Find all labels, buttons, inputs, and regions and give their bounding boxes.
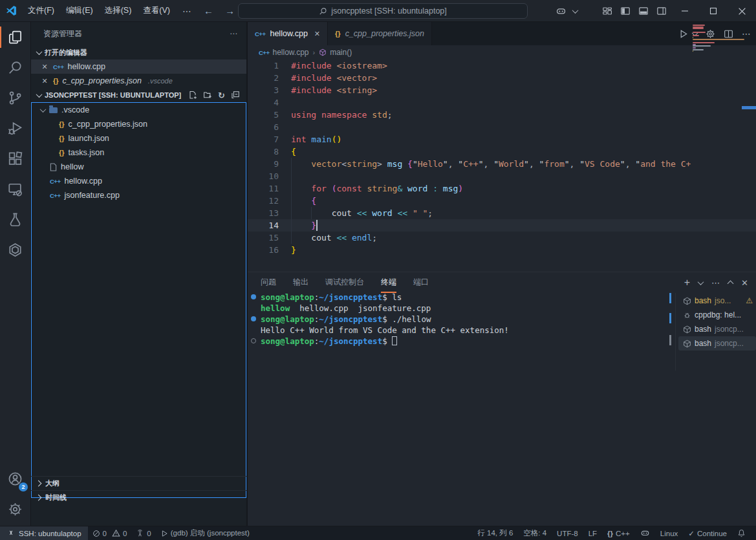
continue-extension-indicator[interactable]: ✓ Continue — [683, 526, 732, 540]
line-number: 11 — [248, 182, 279, 195]
panel-tab[interactable]: 终端 — [381, 272, 396, 293]
collapse-all-icon[interactable] — [231, 91, 240, 100]
json-icon: {} — [59, 135, 65, 142]
line-number: 3 — [248, 84, 279, 96]
menu-bar: 文件(F)编辑(E)选择(S)查看(V) — [22, 0, 176, 22]
toggle-panel-icon[interactable] — [634, 0, 653, 22]
os-indicator[interactable]: Linux — [655, 526, 684, 540]
menu-item[interactable]: 文件(F) — [22, 0, 60, 22]
cursor-position-indicator[interactable]: 行 14, 列 6 — [472, 526, 518, 540]
extensions-icon[interactable] — [0, 144, 30, 174]
close-icon[interactable]: ✕ — [40, 77, 49, 85]
cpp-icon: C++ — [50, 178, 60, 185]
nav-back-icon[interactable]: ← — [198, 5, 219, 16]
eol-indicator[interactable]: LF — [583, 526, 602, 540]
notifications-bell-icon[interactable] — [732, 526, 751, 540]
command-center-search[interactable]: jsoncpptest [SSH: ubuntulaptop] — [238, 3, 528, 19]
run-debug-icon[interactable] — [0, 113, 30, 144]
customize-layout-icon[interactable] — [598, 0, 616, 22]
panel-tab[interactable]: 输出 — [293, 272, 308, 293]
outline-section[interactable]: 大纲 — [31, 476, 246, 490]
new-folder-icon[interactable] — [203, 91, 212, 100]
minimize-button[interactable] — [671, 0, 699, 22]
terminal-dropdown-icon[interactable] — [698, 279, 704, 285]
open-editors-section[interactable]: 打开的编辑器 — [31, 45, 246, 59]
tree-item[interactable]: hellow — [32, 160, 246, 174]
command-decoration[interactable] — [251, 338, 256, 343]
breadcrumb-symbol[interactable]: main() — [319, 48, 352, 57]
debug-launch-indicator[interactable]: (gdb) 启动 (jsoncpptest) — [156, 526, 254, 540]
code-line: 1#include <iostream> — [248, 59, 756, 72]
code-line: 12 { — [248, 195, 756, 207]
panel-tab[interactable]: 端口 — [413, 272, 429, 293]
open-editor-item[interactable]: ✕C++ hellow.cpp — [31, 59, 246, 74]
workspace-section-header[interactable]: JSONCPPTEST [SSH: UBUNTULAPTOP] ↻ — [31, 88, 246, 102]
tree-item[interactable]: {}launch.json — [32, 131, 246, 146]
minimap[interactable] — [693, 25, 747, 52]
code-line: 3#include <string> — [248, 84, 756, 96]
tree-item[interactable]: {}c_cpp_properties.json — [32, 117, 246, 131]
code-line: 10 — [248, 170, 756, 182]
search-icon[interactable] — [0, 52, 30, 83]
terminal-tab-item[interactable]: bashjsoncp... — [678, 336, 756, 351]
new-file-icon[interactable] — [188, 91, 197, 100]
radio-tower-icon — [136, 529, 144, 537]
settings-gear-icon[interactable] — [0, 494, 30, 524]
command-decoration[interactable] — [251, 316, 256, 321]
tree-item[interactable]: C++jsonfeature.cpp — [32, 188, 246, 202]
maximize-panel-icon[interactable] — [728, 281, 734, 287]
editor-tab[interactable]: {}c_cpp_properties.json — [328, 22, 432, 45]
open-editor-item[interactable]: ✕{} c_cpp_properties.json.vscode — [31, 74, 246, 88]
chevron-down-icon[interactable] — [570, 0, 580, 22]
close-icon[interactable]: ✕ — [314, 30, 320, 38]
remote-indicator[interactable]: SSH: ubuntulaptop — [0, 526, 88, 540]
copilot-status-icon[interactable] — [635, 526, 655, 540]
problems-indicator[interactable]: 0 0 — [88, 526, 132, 540]
testing-icon[interactable] — [0, 204, 30, 235]
menu-item[interactable]: 查看(V) — [137, 0, 176, 22]
tree-item[interactable]: C++hellow.cpp — [32, 174, 246, 188]
command-decoration[interactable] — [251, 294, 256, 299]
breadcrumb-file[interactable]: C++ hellow.cpp — [259, 48, 309, 57]
accounts-icon[interactable]: 2 — [0, 464, 30, 494]
maximize-button[interactable] — [699, 0, 728, 22]
run-button[interactable] — [678, 29, 688, 39]
menu-item[interactable]: 编辑(E) — [60, 0, 99, 22]
refresh-icon[interactable]: ↻ — [218, 91, 225, 100]
code-editor[interactable]: 1#include <iostream> 2#include <vector> … — [248, 59, 756, 272]
tree-item[interactable]: {}tasks.json — [32, 146, 246, 160]
terminal-tab-item[interactable]: bashjso... ⚠ — [678, 294, 756, 308]
terminal-output[interactable]: song@laptop:~/jsoncpptest$ lshellow hell… — [253, 292, 509, 347]
close-panel-icon[interactable]: ✕ — [741, 278, 748, 288]
source-control-icon[interactable] — [0, 83, 30, 113]
panel-tab[interactable]: 调试控制台 — [325, 272, 364, 293]
more-menus-icon[interactable]: ⋯ — [176, 6, 198, 16]
indentation-indicator[interactable]: 空格: 4 — [518, 526, 552, 540]
encoding-indicator[interactable]: UTF-8 — [552, 526, 583, 540]
terminal-cursor — [392, 336, 397, 345]
braces-icon: {} — [607, 530, 613, 537]
remote-explorer-icon[interactable] — [0, 174, 30, 204]
panel-tab[interactable]: 问题 — [261, 272, 276, 293]
chevron-right-icon — [36, 495, 42, 501]
terminal-list-separator — [675, 293, 676, 371]
menu-item[interactable]: 选择(S) — [99, 0, 138, 22]
editor-tab[interactable]: C++hellow.cpp ✕ — [248, 22, 328, 45]
views-more-actions-icon[interactable]: ⋯ — [230, 29, 237, 38]
toggle-secondary-sidebar-icon[interactable] — [653, 0, 671, 22]
code-line: 2#include <vector> — [248, 72, 756, 84]
panel-more-actions-icon[interactable]: ⋯ — [711, 278, 720, 288]
terminal-tab-item[interactable]: cppdbg: hel... — [678, 308, 756, 322]
new-terminal-icon[interactable]: + — [684, 277, 690, 288]
close-icon[interactable]: ✕ — [40, 63, 49, 71]
timeline-section[interactable]: 时间线 — [31, 490, 246, 504]
hexagon-extension-icon[interactable] — [0, 235, 30, 265]
copilot-icon[interactable] — [552, 0, 570, 22]
language-mode-indicator[interactable]: {} C++ — [602, 526, 635, 540]
tree-item[interactable]: .vscode — [32, 103, 246, 117]
ports-indicator[interactable]: 0 — [131, 526, 155, 540]
explorer-icon[interactable] — [0, 22, 30, 52]
toggle-sidebar-icon[interactable] — [616, 0, 634, 22]
terminal-tab-item[interactable]: bashjsoncp... — [678, 322, 756, 336]
close-window-button[interactable] — [728, 0, 756, 22]
